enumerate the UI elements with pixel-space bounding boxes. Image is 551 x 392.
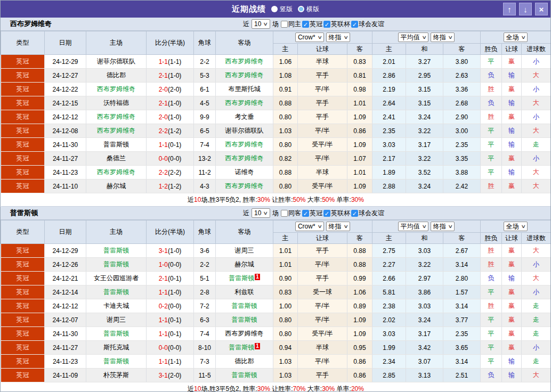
chevron-down-icon: ∨ bbox=[422, 223, 427, 230]
match-score: 2-2(2-2) bbox=[147, 166, 194, 179]
final-odds-select[interactable]: 终指∨ bbox=[326, 222, 351, 231]
home-team[interactable]: 普雷斯顿 bbox=[86, 285, 147, 299]
home-team[interactable]: 谢周三 bbox=[86, 313, 147, 327]
away-team[interactable]: 利兹联 bbox=[216, 285, 273, 299]
bookmaker-select[interactable]: Crow*∨ bbox=[295, 222, 324, 231]
result-wdl: 平 bbox=[481, 166, 502, 179]
home-team[interactable]: 谢菲尔德联队 bbox=[86, 55, 147, 69]
away-team[interactable]: 西布罗姆维奇 bbox=[216, 179, 273, 193]
home-team[interactable]: 桑德兰 bbox=[86, 152, 147, 166]
away-team[interactable]: 普雷斯顿1 bbox=[216, 272, 273, 285]
result-handicap: 输 bbox=[502, 138, 522, 152]
chevron-down-icon: ∨ bbox=[521, 34, 526, 41]
away-team[interactable]: 西布罗姆维奇 bbox=[216, 96, 273, 110]
result-wdl: 平 bbox=[481, 285, 502, 299]
close-button[interactable]: × bbox=[535, 3, 548, 15]
match-count-select[interactable]: 10 ∨ bbox=[252, 208, 270, 218]
match-date: 24-11-23 bbox=[45, 355, 86, 369]
avg-home-odds: 1.99 bbox=[372, 341, 406, 355]
handicap-away-odds: 0.98 bbox=[347, 83, 372, 96]
checkbox-checked-icon[interactable]: ✓ bbox=[302, 210, 309, 217]
radio-horizontal-label: 横版 bbox=[306, 5, 319, 14]
away-team[interactable]: 考文垂 bbox=[216, 110, 273, 124]
fullmatch-select[interactable]: 全场∨ bbox=[504, 32, 528, 42]
away-team[interactable]: 普雷斯顿 bbox=[216, 299, 273, 313]
average-select[interactable]: 平均值∨ bbox=[398, 222, 429, 231]
handicap-home-odds: 1.03 bbox=[273, 124, 298, 138]
away-team[interactable]: 普雷斯顿1 bbox=[216, 341, 273, 355]
home-team[interactable]: 赫尔城 bbox=[86, 179, 147, 193]
checkbox-checked-icon[interactable]: ✓ bbox=[302, 21, 309, 28]
home-team[interactable]: 普雷斯顿 bbox=[86, 327, 147, 341]
away-team[interactable]: 西布罗姆维奇 bbox=[216, 55, 273, 69]
result-wdl: 平 bbox=[481, 327, 502, 341]
result-wdl: 胜 bbox=[481, 179, 502, 193]
checkbox-checked-icon[interactable]: ✓ bbox=[323, 21, 330, 28]
home-team[interactable]: 德比郡 bbox=[86, 69, 147, 83]
avg-draw-odds: 3.13 bbox=[406, 369, 443, 382]
home-team[interactable]: 斯托克城 bbox=[86, 341, 147, 355]
match-count-select[interactable]: 10 ∨ bbox=[252, 19, 270, 29]
away-team[interactable]: 普雷斯顿 bbox=[216, 369, 273, 382]
home-team[interactable]: 普雷斯顿 bbox=[86, 258, 147, 272]
sub-header-handicap-result: 让球 bbox=[502, 44, 522, 55]
corners: 11-2 bbox=[194, 166, 216, 179]
home-team[interactable]: 普雷斯顿 bbox=[86, 138, 147, 152]
checkbox-checked-icon[interactable]: ✓ bbox=[351, 21, 358, 28]
match-row: 英冠24-12-07谢周三1-1(0-1)6-3普雷斯顿0.80平/半1.092… bbox=[1, 313, 551, 327]
home-team[interactable]: 西布罗姆维奇 bbox=[86, 110, 147, 124]
away-team[interactable]: 普雷斯顿 bbox=[216, 313, 273, 327]
checkbox-checked-icon[interactable]: ✓ bbox=[323, 210, 330, 217]
result-wdl: 平 bbox=[481, 124, 502, 138]
layout-radio-horizontal[interactable]: 横版 bbox=[298, 5, 319, 14]
red-card-badge: 1 bbox=[255, 343, 260, 349]
away-team[interactable]: 西布罗姆维奇 bbox=[216, 138, 273, 152]
result-wdl: 平 bbox=[481, 313, 502, 327]
sub-header-avg-away: 客 bbox=[443, 233, 481, 244]
home-team[interactable]: 朴茨茅斯 bbox=[86, 369, 147, 382]
home-team[interactable]: 沃特福德 bbox=[86, 96, 147, 110]
handicap-away-odds: 0.86 bbox=[347, 369, 372, 382]
avg-home-odds: 2.02 bbox=[372, 313, 406, 327]
match-row: 英冠24-11-27桑德兰0-0(0-0)13-2西布罗姆维奇0.82平/半1.… bbox=[1, 152, 551, 166]
away-team[interactable]: 谢菲尔德联队 bbox=[216, 124, 273, 138]
away-team[interactable]: 德比郡 bbox=[216, 355, 273, 369]
home-team[interactable]: 普雷斯顿 bbox=[86, 355, 147, 369]
avg-home-odds: 2.64 bbox=[372, 96, 406, 110]
away-team[interactable]: 布里斯托城 bbox=[216, 83, 273, 96]
away-team[interactable]: 谢周三 bbox=[216, 244, 273, 258]
away-team[interactable]: 赫尔城 bbox=[216, 258, 273, 272]
bookmaker-select[interactable]: Crow*∨ bbox=[295, 32, 324, 42]
final-odds-select-2[interactable]: 终指∨ bbox=[431, 32, 455, 42]
home-team[interactable]: 卡迪夫城 bbox=[86, 299, 147, 313]
checkbox-unchecked-icon[interactable] bbox=[281, 21, 288, 28]
checkbox-checked-icon[interactable]: ✓ bbox=[351, 210, 358, 217]
away-team[interactable]: 西布罗姆维奇 bbox=[216, 69, 273, 83]
move-down-button[interactable]: ↓ bbox=[519, 3, 532, 15]
fullmatch-select[interactable]: 全场∨ bbox=[504, 222, 528, 231]
away-team[interactable]: 诺维奇 bbox=[216, 166, 273, 179]
average-select[interactable]: 平均值∨ bbox=[398, 32, 429, 42]
final-odds-select[interactable]: 终指∨ bbox=[326, 32, 351, 42]
team-name: 普雷斯顿 bbox=[10, 208, 38, 218]
match-date: 24-12-26 bbox=[45, 258, 86, 272]
move-up-button[interactable]: ↑ bbox=[503, 3, 516, 15]
away-team[interactable]: 西布罗姆维奇 bbox=[216, 152, 273, 166]
home-team[interactable]: 西布罗姆维奇 bbox=[86, 166, 147, 179]
near-label: 近 bbox=[243, 20, 249, 29]
handicap-line: 平手 bbox=[298, 96, 347, 110]
checkbox-unchecked-icon[interactable] bbox=[281, 210, 288, 217]
handicap-home-odds: 1.03 bbox=[273, 355, 298, 369]
home-team[interactable]: 普雷斯顿 bbox=[86, 244, 147, 258]
home-team[interactable]: 西布罗姆维奇 bbox=[86, 124, 147, 138]
league-badge: 英冠 bbox=[1, 110, 45, 124]
away-team[interactable]: 西布罗姆维奇 bbox=[216, 327, 273, 341]
layout-radio-vertical[interactable]: 竖版 bbox=[271, 5, 293, 14]
match-score: 2-1(1-0) bbox=[147, 69, 194, 83]
final-odds-select-2[interactable]: 终指∨ bbox=[431, 222, 455, 231]
section-header-1: 西布罗姆维奇 近 10 ∨ 场 同主✓英冠✓英联杯✓球会友谊 bbox=[1, 18, 550, 31]
home-team[interactable]: 西布罗姆维奇 bbox=[86, 83, 147, 96]
handicap-line: 受平/半 bbox=[298, 138, 347, 152]
filter-checked: ✓英冠 bbox=[302, 20, 322, 29]
home-team[interactable]: 女王公园巡游者 bbox=[86, 272, 147, 285]
